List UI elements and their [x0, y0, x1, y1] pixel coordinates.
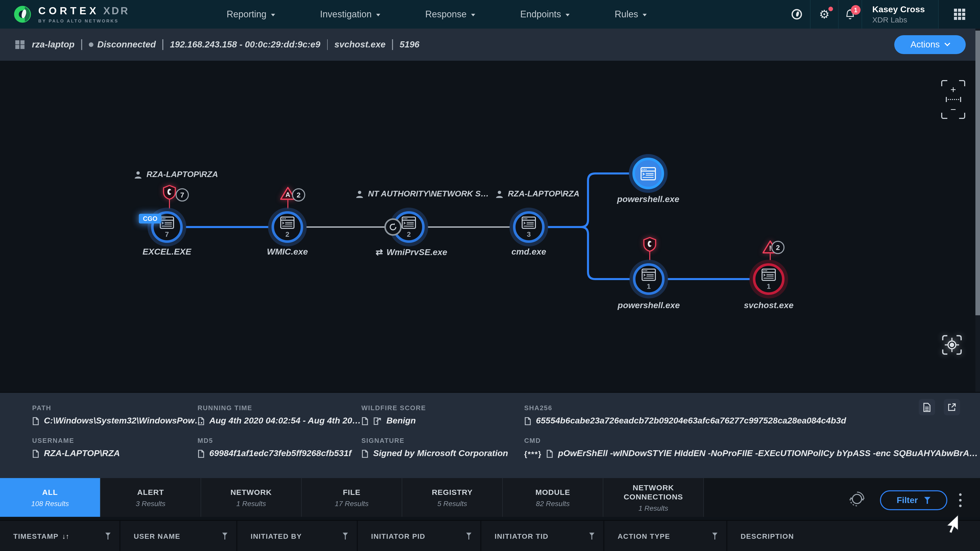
copy-icon[interactable]	[32, 416, 39, 425]
tab-all[interactable]: ALL108 Results	[0, 478, 100, 517]
center-graph-button[interactable]	[941, 333, 963, 356]
zoom-fit-button[interactable]	[945, 97, 961, 102]
zoom-out-button[interactable]: −	[950, 105, 956, 114]
zoom-in-button[interactable]: +	[950, 85, 956, 94]
process-node-wmic[interactable]: 2	[272, 211, 303, 243]
event-tabs: ALL108 Results ALERT3 Results NETWORK1 R…	[0, 478, 980, 517]
person-icon	[356, 190, 363, 198]
alert-count-badge[interactable]: 2	[292, 188, 305, 202]
settings-button[interactable]: ⚙	[810, 0, 838, 29]
tab-alert[interactable]: ALERT3 Results	[100, 478, 201, 517]
vertical-scrollbar-thumb[interactable]	[975, 30, 980, 315]
filter-button[interactable]: Filter	[880, 490, 947, 510]
crosshair-icon	[941, 333, 963, 356]
app-switcher-button[interactable]	[938, 0, 980, 29]
notification-badge: 1	[851, 5, 861, 15]
open-in-new-window-button[interactable]	[944, 399, 960, 415]
person-icon	[134, 171, 142, 178]
user-menu[interactable]: Kasey Cross XDR Labs	[862, 0, 938, 29]
column-initiated-by[interactable]: INITIATED BY	[237, 521, 358, 551]
tab-network[interactable]: NETWORK1 Results	[201, 478, 302, 517]
refresh-results-button[interactable]	[849, 491, 865, 509]
cortex-xdr-app: CORTEX XDR BY PALO ALTO NETWORKS Reporti…	[0, 0, 980, 551]
field-running-time: RUNNING TIME Aug 4th 2020 04:02:54 - Aug…	[197, 404, 361, 426]
table-options-menu[interactable]	[957, 489, 963, 511]
alert-count-badge[interactable]: 2	[771, 241, 784, 254]
menu-investigation[interactable]: Investigation	[298, 9, 403, 20]
node-label: powershell.exe	[617, 194, 679, 205]
help-hub-icon[interactable]	[783, 0, 810, 29]
swap-arrows-icon: ⇄	[375, 248, 383, 257]
process-node-powershell-2[interactable]: 1	[633, 263, 665, 295]
process-node-powershell-selected[interactable]	[632, 158, 664, 189]
event-count: 3	[527, 230, 531, 238]
notifications-button[interactable]: 1	[838, 0, 862, 29]
brand-logo[interactable]: CORTEX XDR BY PALO ALTO NETWORKS	[0, 3, 129, 25]
host-name: rza-laptop	[32, 39, 75, 50]
causality-graph-canvas[interactable]: RZA-LAPTOP\RZA NT AUTHORITY\NETWORK S… R…	[0, 61, 980, 392]
node-label: svchost.exe	[744, 300, 794, 311]
rpc-link-badge[interactable]	[384, 218, 402, 236]
cortex-ring-icon	[791, 8, 803, 21]
column-filter-icon[interactable]	[466, 532, 472, 540]
alert-count-badge[interactable]: 7	[176, 188, 189, 202]
report-submit-icon[interactable]	[373, 416, 382, 425]
copy-icon[interactable]	[197, 449, 205, 458]
chevron-down-icon	[945, 41, 950, 46]
chevron-down-icon	[643, 14, 647, 16]
event-count: 1	[647, 283, 651, 290]
copy-icon[interactable]	[197, 416, 205, 425]
node-label: powershell.exe	[617, 300, 680, 311]
sync-icon	[849, 491, 865, 507]
column-filter-icon[interactable]	[222, 532, 228, 540]
menu-rules[interactable]: Rules	[592, 9, 670, 20]
tab-network-connections[interactable]: NETWORK CONNECTIONS1 Results	[603, 478, 704, 517]
variables-badge[interactable]: {***}	[524, 449, 542, 458]
column-description[interactable]: DESCRIPTION	[727, 521, 980, 551]
tab-module[interactable]: MODULE82 Results	[503, 478, 603, 517]
menu-reporting[interactable]: Reporting	[204, 9, 298, 20]
column-filter-icon[interactable]	[342, 532, 348, 540]
copy-icon[interactable]	[546, 449, 553, 458]
prevention-shield-icon[interactable]	[643, 237, 656, 254]
user-label: RZA-LAPTOP\RZA	[496, 189, 579, 198]
column-user-name[interactable]: USER NAME	[121, 521, 237, 551]
copy-icon[interactable]	[524, 416, 531, 425]
brand-product: XDR	[103, 5, 129, 17]
actions-button[interactable]: Actions	[894, 35, 966, 54]
prevention-shield-icon[interactable]	[163, 185, 176, 202]
funnel-icon	[924, 497, 931, 504]
svg-text:A: A	[286, 191, 290, 198]
column-filter-icon[interactable]	[105, 532, 111, 540]
field-sha256: SHA256 65554b6cabe23a726eadcb72b09204e63…	[524, 404, 846, 426]
column-initiator-tid[interactable]: INITIATOR TID	[481, 521, 605, 551]
event-count: 2	[407, 230, 411, 238]
field-signature: SIGNATURE Signed by Microsoft Corporatio…	[361, 437, 508, 459]
column-action-type[interactable]: ACTION TYPE	[605, 521, 727, 551]
copy-icon[interactable]	[32, 449, 39, 458]
user-label: RZA-LAPTOP\RZA	[134, 170, 218, 179]
user-org: XDR Labs	[872, 15, 925, 24]
menu-endpoints[interactable]: Endpoints	[498, 9, 592, 20]
cgo-tag: CGO	[139, 214, 162, 224]
event-count: 7	[165, 230, 169, 238]
copy-icon[interactable]	[361, 416, 369, 425]
report-button[interactable]	[919, 399, 935, 415]
endpoint-address: 192.168.243.158 - 00:0c:29:dd:9c:e9	[170, 39, 321, 50]
graph-edges	[0, 61, 980, 392]
column-timestamp[interactable]: TIMESTAMP ↓↑	[0, 521, 121, 551]
sort-icon[interactable]: ↓↑	[62, 532, 69, 540]
tab-file[interactable]: FILE17 Results	[302, 478, 402, 517]
process-node-cmd[interactable]: 3	[513, 211, 545, 243]
column-filter-icon[interactable]	[589, 532, 595, 540]
menu-response[interactable]: Response	[403, 9, 498, 20]
copy-icon[interactable]	[361, 449, 369, 458]
chevron-down-icon	[566, 14, 570, 16]
chevron-down-icon	[471, 14, 475, 16]
process-node-svchost[interactable]: 1	[753, 263, 784, 295]
endpoint-breadcrumb: rza-laptop Disconnected 192.168.243.158 …	[32, 39, 420, 50]
nav-right-cluster: ⚙ 1 Kasey Cross XDR Labs	[783, 0, 980, 29]
tab-registry[interactable]: REGISTRY5 Results	[402, 478, 503, 517]
column-initiator-pid[interactable]: INITIATOR PID	[358, 521, 481, 551]
column-filter-icon[interactable]	[712, 532, 718, 540]
